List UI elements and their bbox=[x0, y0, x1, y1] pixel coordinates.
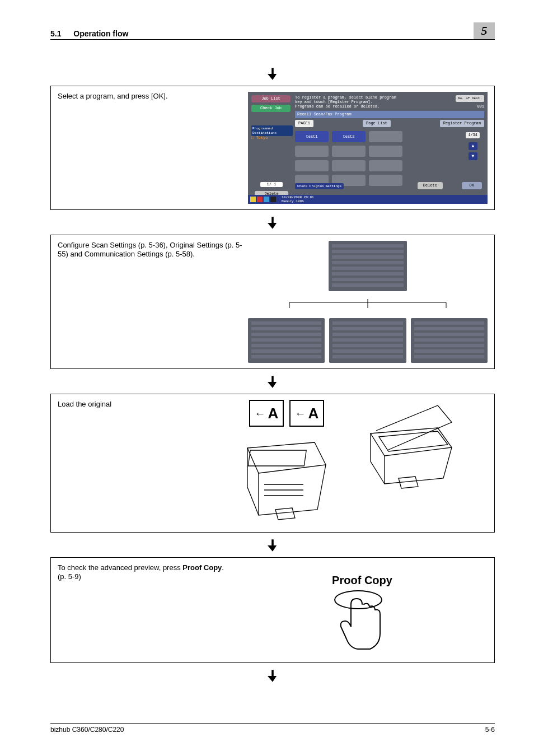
grid-page-counter: 1/34 bbox=[466, 132, 480, 138]
chapter-badge: 5 bbox=[474, 22, 495, 39]
flow-arrow-icon bbox=[50, 539, 495, 552]
program-screen-mock: Job List Check Job Programmed Destinatio… bbox=[248, 92, 488, 204]
settings-screen-thumb bbox=[411, 318, 488, 363]
step-load-original: Load the original ←A ←A bbox=[50, 394, 495, 533]
flow-arrow-icon bbox=[50, 217, 495, 229]
no-of-dest-label: No. of Dest. bbox=[456, 95, 484, 102]
down-arrow-button[interactable]: ▼ bbox=[469, 152, 477, 160]
branch-lines-icon bbox=[256, 299, 480, 310]
step-text: Select a program, and press [OK]. bbox=[58, 92, 242, 101]
check-job-button[interactable]: Check Job bbox=[251, 105, 291, 112]
status-icon bbox=[270, 197, 276, 202]
page-footer: bizhub C360/C280/C220 5-6 bbox=[50, 723, 495, 734]
step-configure-settings: Configure Scan Settings (p. 5-36), Origi… bbox=[50, 235, 495, 369]
status-icon bbox=[257, 197, 263, 202]
section-title: Operation flow bbox=[73, 29, 128, 38]
register-program-button[interactable]: Register Program bbox=[440, 120, 484, 127]
job-list-button[interactable]: Job List bbox=[251, 95, 291, 102]
program-slot[interactable] bbox=[295, 160, 329, 171]
timestamp: 10/08/2008 20:01 Memory 100% bbox=[282, 195, 314, 204]
ok-button[interactable]: OK bbox=[462, 182, 482, 189]
svg-point-1 bbox=[335, 591, 382, 609]
mfp-flatbed-illustration bbox=[354, 400, 466, 495]
footer-page: 5-6 bbox=[485, 726, 495, 734]
program-grid: test1 test2 bbox=[295, 131, 402, 186]
delete-button[interactable]: Delete bbox=[418, 182, 443, 189]
status-icon bbox=[264, 197, 269, 202]
settings-screen-thumb bbox=[329, 318, 406, 363]
section-number: 5.1 bbox=[50, 29, 61, 38]
flow-arrow-icon bbox=[50, 376, 495, 388]
flow-arrow-icon bbox=[50, 670, 495, 682]
page1-button[interactable]: PAGE1 bbox=[295, 120, 313, 127]
proof-copy-label: Proof Copy bbox=[332, 573, 392, 587]
check-program-settings-button[interactable]: Check Program Settings bbox=[295, 183, 344, 190]
step-text: Load the original bbox=[58, 400, 203, 409]
footer-model: bizhub C360/C280/C220 bbox=[50, 726, 124, 734]
flow-arrow-icon bbox=[50, 68, 495, 80]
step-select-program: Select a program, and press [OK]. Job Li… bbox=[50, 86, 495, 210]
program-slot[interactable] bbox=[332, 160, 366, 171]
program-slot[interactable] bbox=[369, 160, 402, 171]
step-text: Configure Scan Settings (p. 5-36), Origi… bbox=[58, 241, 242, 259]
side-page-counter: 1/ 1 bbox=[260, 182, 283, 187]
recall-bar: Recall Scan/Fax Program bbox=[295, 111, 484, 118]
settings-screens-diagram bbox=[248, 241, 488, 363]
step-text: To check the advanced preview, press Pro… bbox=[58, 563, 231, 582]
mfp-adf-illustration bbox=[231, 431, 343, 526]
page-header: 5.1 Operation flow 5 bbox=[50, 22, 495, 40]
page-list-button[interactable]: Page List bbox=[363, 120, 391, 127]
program-slot[interactable] bbox=[369, 175, 402, 186]
step-proof-copy: To check the advanced preview, press Pro… bbox=[50, 557, 495, 663]
status-icon bbox=[250, 197, 256, 202]
program-test2[interactable]: test2 bbox=[332, 131, 366, 142]
screen-footer: 10/08/2008 20:01 Memory 100% bbox=[248, 195, 488, 204]
code-label: 001 bbox=[477, 104, 484, 109]
dest-tokyo: □ Tokyo bbox=[251, 136, 268, 141]
program-slot[interactable] bbox=[369, 131, 402, 142]
settings-screen-thumb bbox=[329, 241, 407, 291]
programmed-dest-label: Programmed Destinations bbox=[251, 125, 293, 136]
proof-copy-press-illustration bbox=[331, 590, 393, 657]
svg-rect-0 bbox=[248, 450, 306, 466]
program-test1[interactable]: test1 bbox=[295, 131, 329, 142]
settings-screen-thumb bbox=[248, 318, 325, 363]
program-slot[interactable] bbox=[369, 146, 402, 157]
program-slot[interactable] bbox=[295, 146, 329, 157]
up-arrow-button[interactable]: ▲ bbox=[469, 142, 477, 150]
document-orientation-icon: ←A ←A bbox=[249, 400, 324, 427]
program-slot[interactable] bbox=[332, 146, 366, 157]
